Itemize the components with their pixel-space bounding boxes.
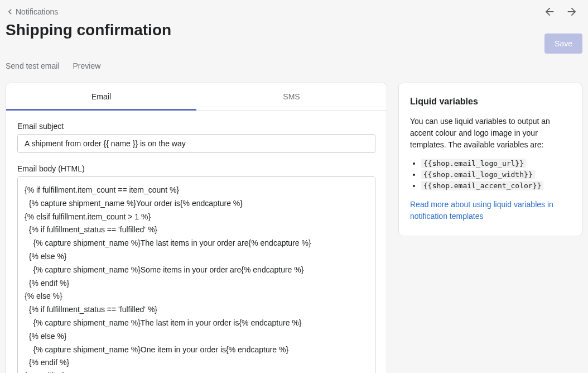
email-subject-input[interactable] [17,134,375,153]
nav-next-icon[interactable] [566,6,578,18]
preview-link[interactable]: Preview [73,61,101,70]
liquid-docs-link[interactable]: Read more about using liquid variables i… [410,200,553,221]
save-button[interactable]: Save [544,34,582,54]
breadcrumb-label: Notifications [16,7,58,16]
page-title: Shipping confirmation [6,21,171,39]
send-test-email-link[interactable]: Send test email [6,61,60,70]
template-editor-card: Email SMS Email subject Email body (HTML… [6,83,387,373]
liquid-variables-text: You can use liquid variables to output a… [410,116,571,151]
liquid-var-code: {{shop.email_logo_url}} [421,159,526,168]
tab-sms[interactable]: SMS [196,83,387,110]
breadcrumb-back-link[interactable]: Notifications [6,7,58,16]
liquid-variables-list: {{shop.email_logo_url}} {{shop.email_log… [410,159,571,190]
liquid-var-code: {{shop.email_accent_color}} [421,181,543,190]
nav-prev-icon[interactable] [543,6,556,18]
list-item: {{shop.email_logo_width}} [421,170,571,179]
template-tabs: Email SMS [6,83,387,111]
liquid-variables-card: Liquid variables You can use liquid vari… [398,83,582,236]
email-body-label: Email body (HTML) [17,164,375,173]
liquid-variables-title: Liquid variables [410,97,571,107]
chevron-left-icon [6,7,15,16]
email-subject-label: Email subject [17,122,375,131]
liquid-var-code: {{shop.email_logo_width}} [421,170,535,179]
tab-email[interactable]: Email [6,83,196,110]
list-item: {{shop.email_logo_url}} [421,159,571,168]
list-item: {{shop.email_accent_color}} [421,181,571,190]
email-body-textarea[interactable] [17,176,375,373]
